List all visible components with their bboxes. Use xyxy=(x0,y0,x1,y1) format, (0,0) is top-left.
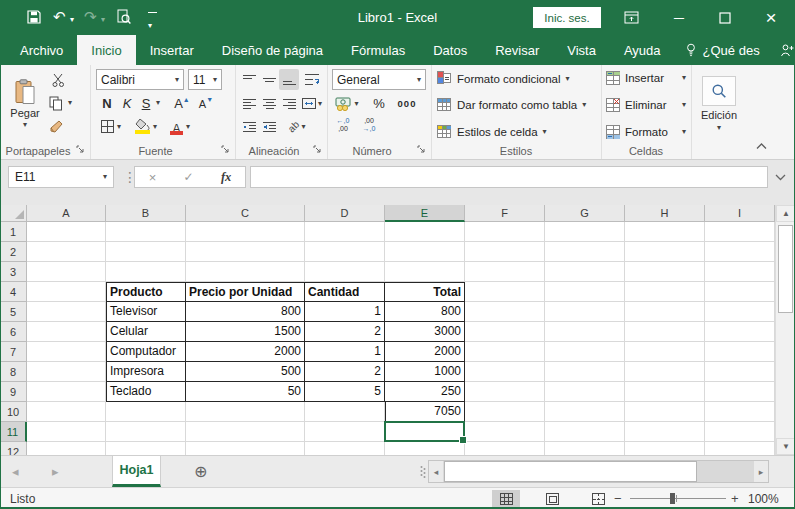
cell-B5[interactable]: Televisor xyxy=(106,302,186,322)
number-format-select[interactable]: General▾ xyxy=(332,69,426,90)
new-sheet-icon[interactable]: ⊕ xyxy=(194,462,207,481)
font-name-select[interactable]: Calibri▾ xyxy=(96,69,184,90)
font-size-select[interactable]: 11▾ xyxy=(188,69,222,90)
cell-G1[interactable] xyxy=(545,222,625,242)
close-button[interactable]: × xyxy=(754,0,788,35)
horizontal-scroll-thumb[interactable] xyxy=(444,461,697,482)
row-header-9[interactable]: 9 xyxy=(0,382,27,402)
cell-A6[interactable] xyxy=(27,322,106,342)
align-center-icon[interactable] xyxy=(259,93,279,114)
cell-E4[interactable]: Total xyxy=(385,282,465,302)
decrease-indent-icon[interactable] xyxy=(239,116,259,137)
normal-view-button[interactable] xyxy=(492,490,520,507)
cell-A7[interactable] xyxy=(27,342,106,362)
format-painter-icon[interactable] xyxy=(46,117,66,135)
align-left-icon[interactable] xyxy=(239,93,259,114)
row-header-6[interactable]: 6 xyxy=(0,322,27,342)
column-header-E[interactable]: E xyxy=(385,205,465,222)
cell-G2[interactable] xyxy=(545,242,625,262)
row-header-3[interactable]: 3 xyxy=(0,262,27,282)
borders-button[interactable]: ▾ xyxy=(98,116,124,137)
expand-formula-bar-icon[interactable] xyxy=(775,174,786,181)
cell-I8[interactable] xyxy=(705,362,775,382)
tab-formulas[interactable]: Fórmulas xyxy=(337,35,419,65)
column-header-I[interactable]: I xyxy=(705,205,775,222)
cell-C11[interactable] xyxy=(186,422,305,442)
cell-D9[interactable]: 5 xyxy=(305,382,385,402)
cell-D4[interactable]: Cantidad xyxy=(305,282,385,302)
row-header-10[interactable]: 10 xyxy=(0,402,27,422)
format-cells-button[interactable]: Formato▾ xyxy=(606,125,686,139)
select-all-corner[interactable] xyxy=(0,205,27,222)
copy-icon[interactable] xyxy=(46,94,66,112)
cell-B4[interactable]: Producto xyxy=(106,282,186,302)
delete-cells-button[interactable]: Eliminar▾ xyxy=(606,98,686,112)
column-header-D[interactable]: D xyxy=(305,205,385,222)
alignment-dialog-launcher-icon[interactable] xyxy=(312,144,323,155)
cell-G10[interactable] xyxy=(545,402,625,422)
tab-inicio[interactable]: Inicio xyxy=(77,35,135,65)
underline-dropdown-icon[interactable]: ▾ xyxy=(156,99,160,107)
share-button[interactable]: Compartir xyxy=(770,35,795,65)
formula-input[interactable] xyxy=(250,166,768,188)
cell-A3[interactable] xyxy=(27,262,106,282)
hscroll-left-icon[interactable]: ◂ xyxy=(429,461,443,482)
align-right-icon[interactable] xyxy=(279,93,299,114)
cell-I1[interactable] xyxy=(705,222,775,242)
cell-B7[interactable]: Computador xyxy=(106,342,186,362)
cell-C5[interactable]: 800 xyxy=(186,302,305,322)
cell-D8[interactable]: 2 xyxy=(305,362,385,382)
format-as-table-button[interactable]: Dar formato como tabla▾ xyxy=(437,98,586,112)
collapse-ribbon-icon[interactable] xyxy=(756,143,767,150)
cell-E2[interactable] xyxy=(385,242,465,262)
cell-H5[interactable] xyxy=(625,302,705,322)
cell-I6[interactable] xyxy=(705,322,775,342)
cell-C3[interactable] xyxy=(186,262,305,282)
cell-I11[interactable] xyxy=(705,422,775,442)
redo-button[interactable]: ↷ xyxy=(84,8,97,26)
cell-C7[interactable]: 2000 xyxy=(186,342,305,362)
cell-D6[interactable]: 2 xyxy=(305,322,385,342)
cell-D12[interactable] xyxy=(305,442,385,455)
conditional-formatting-button[interactable]: Formato condicional▾ xyxy=(437,71,570,86)
insert-function-icon[interactable]: fx xyxy=(221,170,231,185)
cell-E6[interactable]: 3000 xyxy=(385,322,465,342)
cell-B10[interactable] xyxy=(106,402,186,422)
cell-F11[interactable] xyxy=(465,422,545,442)
decrease-decimal-button[interactable]: ,00→,0 xyxy=(358,117,380,135)
enter-icon[interactable]: ✓ xyxy=(184,170,194,184)
cell-F6[interactable] xyxy=(465,322,545,342)
cancel-icon[interactable]: × xyxy=(149,170,157,185)
increase-indent-icon[interactable] xyxy=(259,116,279,137)
cell-B8[interactable]: Impresora xyxy=(106,362,186,382)
tab-revisar[interactable]: Revisar xyxy=(481,35,553,65)
scroll-up-icon[interactable]: ▲ xyxy=(776,205,795,222)
redo-dropdown-icon[interactable]: ▾ xyxy=(101,16,105,24)
cell-C6[interactable]: 1500 xyxy=(186,322,305,342)
cell-C8[interactable]: 500 xyxy=(186,362,305,382)
tab-datos[interactable]: Datos xyxy=(419,35,481,65)
row-header-12[interactable]: 12 xyxy=(0,442,27,455)
maximize-button[interactable] xyxy=(708,0,742,35)
undo-dropdown-icon[interactable]: ▾ xyxy=(70,16,74,24)
bold-button[interactable]: N xyxy=(98,93,116,114)
cell-I9[interactable] xyxy=(705,382,775,402)
undo-button[interactable]: ↶ xyxy=(53,8,66,26)
cell-B9[interactable]: Teclado xyxy=(106,382,186,402)
number-dialog-launcher-icon[interactable] xyxy=(416,144,427,155)
minimize-button[interactable]: ─ xyxy=(662,0,696,35)
zoom-slider-thumb[interactable] xyxy=(670,493,675,504)
cell-I2[interactable] xyxy=(705,242,775,262)
row-header-1[interactable]: 1 xyxy=(0,222,27,242)
zoom-slider-track[interactable] xyxy=(630,498,726,499)
font-dialog-launcher-icon[interactable] xyxy=(220,144,231,155)
customize-qat-icon[interactable]: ▾ xyxy=(148,12,157,32)
cell-D11[interactable] xyxy=(305,422,385,442)
cell-D2[interactable] xyxy=(305,242,385,262)
cell-E5[interactable]: 800 xyxy=(385,302,465,322)
column-header-F[interactable]: F xyxy=(465,205,545,222)
cell-H7[interactable] xyxy=(625,342,705,362)
fill-handle[interactable] xyxy=(459,436,467,444)
cell-I3[interactable] xyxy=(705,262,775,282)
name-box-dropdown-icon[interactable]: ▾ xyxy=(103,173,107,181)
